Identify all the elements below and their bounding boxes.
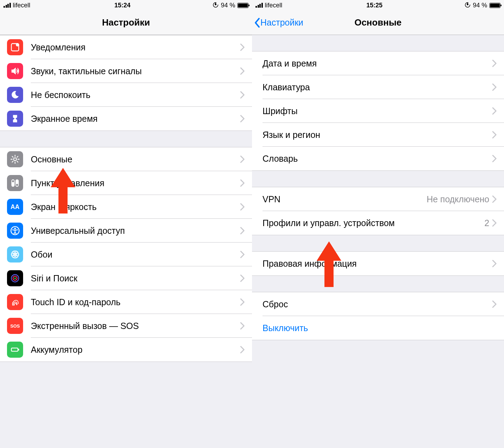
sos-icon: SOS xyxy=(7,318,23,334)
svg-rect-21 xyxy=(18,349,19,351)
chevron-right-icon xyxy=(492,107,497,115)
svg-text:SOS: SOS xyxy=(10,323,20,329)
row-label: Правовая информация xyxy=(262,259,492,269)
nav-bar: Настройки xyxy=(0,10,252,35)
chevron-right-icon xyxy=(240,203,245,211)
svg-point-3 xyxy=(14,158,16,161)
row-label: Обои xyxy=(31,250,240,260)
accessibility-icon xyxy=(7,223,23,239)
chevron-right-icon xyxy=(240,227,245,234)
row-label: Шрифты xyxy=(262,106,492,116)
row-touchid[interactable]: Touch ID и код-пароль xyxy=(0,290,252,314)
svg-rect-20 xyxy=(12,348,18,351)
display-icon: AA xyxy=(7,199,23,215)
svg-point-10 xyxy=(14,228,16,230)
row-dnd[interactable]: Не беспокоить xyxy=(0,83,252,107)
row-label: Пункт управления xyxy=(31,178,240,188)
chevron-right-icon xyxy=(240,43,245,51)
row-fonts[interactable]: Шрифты xyxy=(252,99,504,123)
general-list: Дата и время Клавиатура Шрифты Язык и ре… xyxy=(252,35,504,340)
chevron-right-icon xyxy=(240,346,245,354)
signal-icon xyxy=(4,3,11,8)
chevron-right-icon xyxy=(240,179,245,187)
back-button[interactable]: Настройки xyxy=(254,18,303,28)
orientation-lock-icon xyxy=(212,2,219,9)
chevron-right-icon xyxy=(492,83,497,91)
row-general[interactable]: Основные xyxy=(0,147,252,171)
sounds-icon xyxy=(7,63,23,79)
chevron-right-icon xyxy=(492,260,497,267)
orientation-lock-icon xyxy=(464,2,471,9)
svg-point-7 xyxy=(16,184,18,186)
row-shutdown[interactable]: Выключить xyxy=(252,316,504,340)
row-display[interactable]: AA Экран и яркость xyxy=(0,195,252,219)
battery-percent: 94 % xyxy=(221,2,235,9)
chevron-left-icon xyxy=(254,18,260,28)
svg-point-18 xyxy=(14,278,16,279)
general-screen: lifecell 15:25 94 % Настройки Основные xyxy=(252,0,504,448)
status-time: 15:25 xyxy=(366,2,383,9)
row-label: VPN xyxy=(262,194,427,204)
row-label: Touch ID и код-пароль xyxy=(31,297,240,307)
row-language[interactable]: Язык и регион xyxy=(252,123,504,147)
row-accessibility[interactable]: Универсальный доступ xyxy=(0,219,252,243)
notifications-icon xyxy=(7,39,23,55)
svg-point-2 xyxy=(16,43,19,46)
row-label: Звуки, тактильные сигналы xyxy=(31,66,240,76)
row-label: Универсальный доступ xyxy=(31,226,240,236)
row-wallpaper[interactable]: Обои xyxy=(0,243,252,266)
chevron-right-icon xyxy=(492,131,497,139)
battery-percent: 94 % xyxy=(473,2,487,9)
row-reset[interactable]: Сброс xyxy=(252,292,504,316)
row-label: Профили и управл. устройством xyxy=(262,218,484,228)
row-label: Язык и регион xyxy=(262,130,492,140)
nav-bar: Настройки Основные xyxy=(252,10,504,35)
row-label: Экранное время xyxy=(31,114,240,124)
chevron-right-icon xyxy=(240,67,245,75)
chevron-right-icon xyxy=(492,155,497,162)
row-dictionary[interactable]: Словарь xyxy=(252,147,504,170)
chevron-right-icon xyxy=(492,300,497,308)
settings-list: Уведомления Звуки, тактильные сигналы Не… xyxy=(0,35,252,362)
row-siri[interactable]: Siri и Поиск xyxy=(0,266,252,290)
row-vpn[interactable]: VPN Не подключено xyxy=(252,187,504,211)
row-sos[interactable]: SOS Экстренный вызов — SOS xyxy=(0,314,252,338)
row-controlcenter[interactable]: Пункт управления xyxy=(0,171,252,195)
carrier-label: lifecell xyxy=(13,2,30,9)
svg-point-12 xyxy=(14,254,16,255)
row-label: Экран и яркость xyxy=(31,202,240,212)
row-value: Не подключено xyxy=(427,194,489,204)
battery-menu-icon xyxy=(7,342,23,358)
row-label: Словарь xyxy=(262,154,492,164)
row-notifications[interactable]: Уведомления xyxy=(0,35,252,59)
row-label: Не беспокоить xyxy=(31,90,240,100)
dnd-icon xyxy=(7,87,23,103)
row-value: 2 xyxy=(484,218,489,228)
row-label: Сброс xyxy=(262,299,492,309)
status-time: 15:24 xyxy=(114,2,131,9)
back-label: Настройки xyxy=(260,18,303,28)
chevron-right-icon xyxy=(492,219,497,227)
row-profiles[interactable]: Профили и управл. устройством 2 xyxy=(252,211,504,235)
row-label: Дата и время xyxy=(262,58,492,69)
row-legal[interactable]: Правовая информация xyxy=(252,252,504,275)
page-title: Основные xyxy=(355,17,402,28)
battery-icon xyxy=(237,3,248,8)
chevron-right-icon xyxy=(240,322,245,330)
row-label: Основные xyxy=(31,154,240,164)
wallpaper-icon xyxy=(7,246,23,262)
status-bar: lifecell 15:25 94 % xyxy=(252,0,504,10)
settings-screen: lifecell 15:24 94 % Настройки Уведомлени… xyxy=(0,0,252,448)
row-datetime[interactable]: Дата и время xyxy=(252,51,504,75)
row-keyboard[interactable]: Клавиатура xyxy=(252,75,504,99)
chevron-right-icon xyxy=(492,59,497,67)
chevron-right-icon xyxy=(240,115,245,122)
row-label: Выключить xyxy=(262,323,497,333)
row-label: Siri и Поиск xyxy=(31,273,240,284)
chevron-right-icon xyxy=(240,91,245,99)
general-icon xyxy=(7,151,23,167)
row-battery[interactable]: Аккумулятор xyxy=(0,338,252,362)
controlcenter-icon xyxy=(7,175,23,191)
row-screentime[interactable]: Экранное время xyxy=(0,107,252,131)
row-sounds[interactable]: Звуки, тактильные сигналы xyxy=(0,59,252,83)
